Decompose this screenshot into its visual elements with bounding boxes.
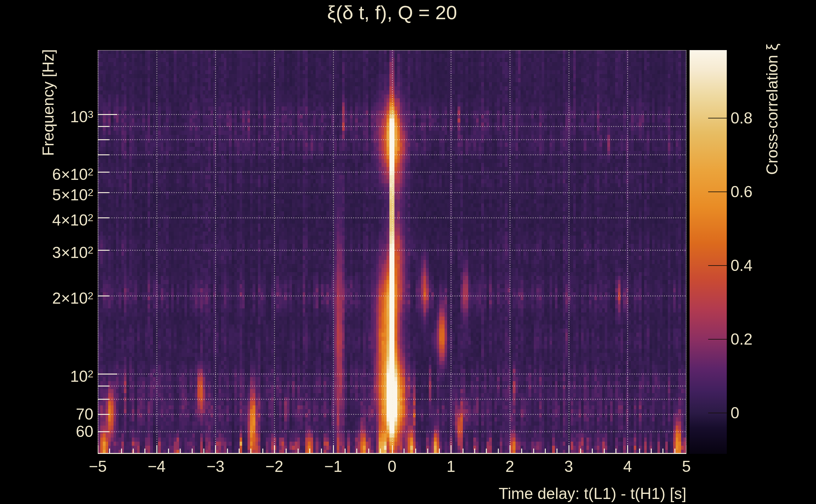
x-tick-label: −3 xyxy=(190,457,241,476)
x-axis-title: Time delay: t(L1) - t(H1) [s] xyxy=(499,484,687,503)
colorbar-tick-mark xyxy=(708,265,727,266)
y-axis-title: Frequency [Hz] xyxy=(39,49,57,156)
heatmap-canvas xyxy=(98,50,687,454)
y-tick-label: 6×102 xyxy=(13,163,93,181)
colorbar-tick-mark xyxy=(708,192,727,192)
colorbar-tick-label: 0.2 xyxy=(731,330,753,348)
x-tick-label: 0 xyxy=(367,457,417,476)
y-tick-label: 3×102 xyxy=(13,241,93,259)
y-tick-label: 4×102 xyxy=(13,209,93,226)
x-tick-label: 2 xyxy=(485,457,535,476)
x-tick-label: −5 xyxy=(72,457,123,476)
y-tick-label: 60 xyxy=(13,423,93,440)
x-tick-label: 1 xyxy=(426,457,476,476)
x-tick-label: −1 xyxy=(308,457,359,476)
colorbar-tick-label: 0.6 xyxy=(731,183,753,201)
x-tick-label: 3 xyxy=(543,457,594,476)
colorbar-tick-mark xyxy=(708,339,727,340)
x-tick-label: −2 xyxy=(249,457,300,476)
colorbar-gradient xyxy=(690,50,727,454)
y-tick-label: 5×102 xyxy=(13,184,93,201)
colorbar-tick-mark xyxy=(708,413,727,413)
colorbar-title: Cross-correlation ξ xyxy=(763,43,781,175)
chart-title: ξ(δ t, f), Q = 20 xyxy=(98,1,687,24)
y-tick-label: 2×102 xyxy=(13,287,93,305)
y-tick-label: 102 xyxy=(13,365,93,383)
figure: ξ(δ t, f), Q = 20 Frequency [Hz] 1036×10… xyxy=(0,0,816,504)
x-tick-label: 5 xyxy=(661,457,712,476)
y-tick-label: 103 xyxy=(13,106,93,123)
colorbar-tick-label: 0.4 xyxy=(731,257,753,274)
x-tick-label: 4 xyxy=(602,457,653,476)
y-tick-label: 70 xyxy=(13,405,93,423)
colorbar-tick-label: 0 xyxy=(731,404,739,422)
x-tick-label: −4 xyxy=(131,457,182,476)
colorbar-tick-mark xyxy=(708,118,727,118)
colorbar-tick-label: 0.8 xyxy=(731,109,753,127)
